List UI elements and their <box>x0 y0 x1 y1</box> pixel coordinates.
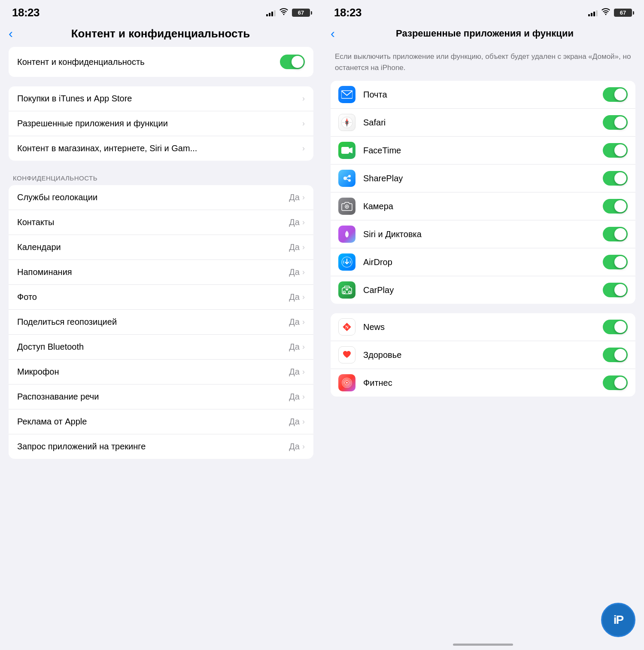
chevron-icon: › <box>302 342 305 351</box>
apps-group-2: N News Здоровье <box>331 313 635 397</box>
menu-item-reminders[interactable]: Напоминания Да › <box>9 260 313 285</box>
menu-item-content-stores[interactable]: Контент в магазинах, интернете, Siri и G… <box>9 136 313 161</box>
content-privacy-toggle[interactable] <box>280 55 305 69</box>
app-item-fitness[interactable]: Фитнес <box>331 369 635 397</box>
status-bar-left: 18:23 67 <box>0 0 322 23</box>
chevron-icon: › <box>302 193 305 202</box>
shareplay-label: SharePlay <box>363 174 603 183</box>
wifi-icon-right <box>601 8 611 17</box>
apps-group-1: Почта Safari <box>331 81 635 304</box>
news-toggle[interactable] <box>603 320 628 334</box>
mail-icon <box>338 86 355 103</box>
menu-item-bluetooth[interactable]: Доступ Bluetooth Да › <box>9 335 313 360</box>
menu-item-itunes[interactable]: Покупки в iTunes и App Store › <box>9 86 313 111</box>
svg-point-11 <box>348 179 351 182</box>
shareplay-icon <box>338 170 355 187</box>
carplay-toggle[interactable] <box>603 283 628 297</box>
menu-item-allowed-apps[interactable]: Разрешенные приложения и функции › <box>9 111 313 136</box>
facetime-toggle[interactable] <box>603 143 628 158</box>
menu-item-itunes-label: Покупки в iTunes и App Store <box>17 94 132 104</box>
reminders-right: Да › <box>289 267 305 277</box>
page-title-right: Разрешенные приложения и функции <box>338 28 631 39</box>
mail-toggle[interactable] <box>603 87 628 102</box>
toggle-knob <box>614 349 626 361</box>
menu-item-allowed-apps-label: Разрешенные приложения и функции <box>17 119 168 128</box>
status-icons-right: 67 <box>588 8 632 17</box>
svg-rect-20 <box>346 289 348 290</box>
calendars-right: Да › <box>289 242 305 252</box>
app-item-siri[interactable]: Siri и Диктовка <box>331 220 635 248</box>
camera-label: Камера <box>363 201 603 211</box>
app-item-health[interactable]: Здоровье <box>331 341 635 369</box>
toggle-knob <box>614 256 626 268</box>
app-item-shareplay[interactable]: SharePlay <box>331 165 635 192</box>
content-privacy-label: Контент и конфиденциальность <box>17 57 145 67</box>
svg-text:N: N <box>345 324 349 330</box>
signal-icon-left <box>266 9 276 16</box>
status-bar-right: 18:23 67 <box>322 0 644 23</box>
facetime-icon <box>338 142 355 159</box>
signal-icon-right <box>588 9 598 16</box>
menu-item-microphone[interactable]: Микрофон Да › <box>9 360 313 385</box>
health-toggle[interactable] <box>603 348 628 362</box>
wifi-icon-left <box>279 8 289 17</box>
right-content: Если выключить приложение или функцию, о… <box>322 47 644 650</box>
safari-icon <box>338 114 355 131</box>
app-item-carplay[interactable]: CarPlay <box>331 276 635 304</box>
menu-item-contacts[interactable]: Контакты Да › <box>9 210 313 235</box>
toggle-knob <box>292 56 304 68</box>
toggle-knob <box>614 88 626 101</box>
toggle-knob <box>614 116 626 128</box>
menu-item-tracking[interactable]: Запрос приложений на трекинге Да › <box>9 434 313 459</box>
home-indicator <box>453 644 513 646</box>
contacts-label: Контакты <box>17 217 54 227</box>
reminders-label: Напоминания <box>17 267 72 277</box>
photos-label: Фото <box>17 292 37 302</box>
carplay-label: CarPlay <box>363 285 603 295</box>
menu-item-location[interactable]: Службы геолокации Да › <box>9 185 313 210</box>
description-text: Если выключить приложение или функцию, о… <box>331 47 635 81</box>
fitness-label: Фитнес <box>363 378 603 388</box>
fitness-icon <box>338 374 355 391</box>
airdrop-toggle[interactable] <box>603 255 628 269</box>
siri-toggle[interactable] <box>603 227 628 241</box>
ads-right: Да › <box>289 417 305 427</box>
chevron-icon: › <box>302 243 305 252</box>
menu-item-ads[interactable]: Реклама от Apple Да › <box>9 409 313 434</box>
privacy-menu-group: Службы геолокации Да › Контакты Да › Кал… <box>9 185 313 459</box>
svg-point-27 <box>346 382 348 384</box>
airdrop-icon <box>338 253 355 271</box>
app-item-camera[interactable]: Камера <box>331 192 635 220</box>
menu-item-speech[interactable]: Распознавание речи Да › <box>9 385 313 409</box>
back-button-left[interactable]: ‹ <box>9 26 13 41</box>
left-content: Контент и конфиденциальность Покупки в i… <box>0 47 322 650</box>
safari-toggle[interactable] <box>603 115 628 130</box>
chevron-icon: › <box>302 367 305 376</box>
app-item-news[interactable]: N News <box>331 313 635 341</box>
app-item-airdrop[interactable]: AirDrop <box>331 248 635 276</box>
bluetooth-label: Доступ Bluetooth <box>17 342 84 352</box>
siri-label: Siri и Диктовка <box>363 229 603 239</box>
speech-label: Распознавание речи <box>17 392 99 402</box>
shareplay-toggle[interactable] <box>603 171 628 186</box>
back-button-right[interactable]: ‹ <box>331 26 335 41</box>
svg-rect-7 <box>341 147 349 154</box>
menu-item-calendars[interactable]: Календари Да › <box>9 235 313 260</box>
app-item-facetime[interactable]: FaceTime <box>331 137 635 165</box>
app-item-safari[interactable]: Safari <box>331 109 635 137</box>
menu-item-photos[interactable]: Фото Да › <box>9 285 313 310</box>
mail-label: Почта <box>363 90 603 100</box>
health-icon <box>338 346 355 363</box>
contacts-right: Да › <box>289 217 305 227</box>
svg-rect-0 <box>341 90 352 99</box>
menu-item-allowed-apps-right: › <box>302 119 305 128</box>
ip-watermark: iP <box>601 603 635 637</box>
nav-header-right: ‹ Разрешенные приложения и функции <box>322 23 644 47</box>
fitness-toggle[interactable] <box>603 375 628 390</box>
battery-icon-right: 67 <box>614 9 632 17</box>
app-item-mail[interactable]: Почта <box>331 81 635 109</box>
toggle-knob <box>614 377 626 389</box>
menu-item-share-location[interactable]: Поделиться геопозицией Да › <box>9 310 313 335</box>
camera-toggle[interactable] <box>603 199 628 214</box>
news-label: News <box>363 322 603 332</box>
